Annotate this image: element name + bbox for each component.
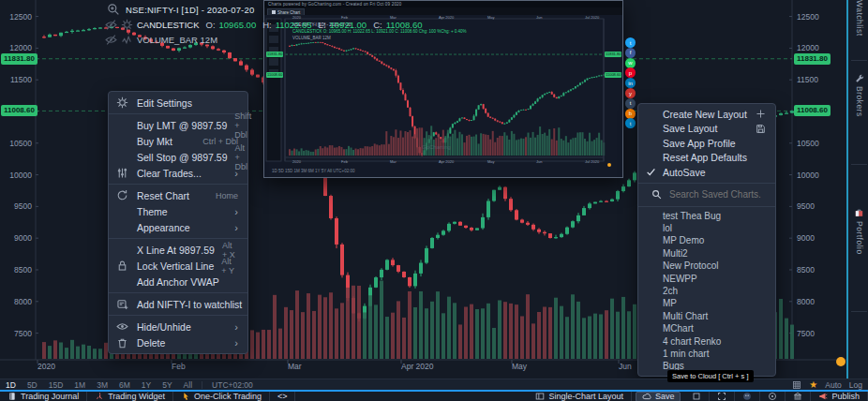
saved-chart-item[interactable]: lol xyxy=(638,222,775,234)
time-axis-label: Feb xyxy=(172,362,186,371)
menu-item-label: Reset App Defaults xyxy=(663,152,766,163)
save-button[interactable]: Save xyxy=(636,392,681,401)
trading-widget-button[interactable]: Trading Widget xyxy=(87,392,173,401)
timeframe-all[interactable]: All xyxy=(184,380,192,390)
notification-dot[interactable] xyxy=(836,357,846,366)
menu-item-label: Create New Layout xyxy=(663,109,756,120)
square-button[interactable] xyxy=(684,392,710,401)
search-saved-charts-input[interactable] xyxy=(669,189,772,200)
menu-item-x-line-at-9897-59[interactable]: X Line At 9897.59Alt + X xyxy=(109,242,247,258)
saved-chart-item[interactable]: 4 chart Renko xyxy=(638,334,775,347)
portfolio-icon xyxy=(854,208,864,218)
circledark-button[interactable] xyxy=(735,392,760,401)
volume-settings-icon[interactable] xyxy=(121,34,133,46)
menu-item-reset-app-defaults[interactable]: Reset App Defaults xyxy=(638,151,775,166)
preview-price-tag: 11008.60 xyxy=(605,72,621,78)
blogger-share-icon[interactable]: b xyxy=(625,109,636,119)
menu-item-lock-vertical-line[interactable]: Lock Vertical LineAlt + Y xyxy=(109,258,247,274)
saved-chart-item[interactable]: Multi2 xyxy=(638,247,775,260)
trading-journal-button[interactable]: Trading Journal xyxy=(0,392,87,401)
timeframe-1y[interactable]: 1Y xyxy=(142,380,151,390)
menu-item-label: Hide/Unhide xyxy=(137,321,227,333)
price-tick: 9000 xyxy=(797,233,815,243)
saved-chart-item[interactable]: Multi Chart xyxy=(638,310,775,322)
menu-item-sell-stop-9897-59[interactable]: Sell Stop @ 9897.59Alt + Dbl xyxy=(109,149,247,165)
menu-item-add-anchor-vwap[interactable]: Add Anchor VWAP xyxy=(109,274,247,290)
hide-study-icon[interactable] xyxy=(105,19,117,31)
timeframe-1m[interactable]: 1M xyxy=(74,380,85,390)
bank-button[interactable] xyxy=(786,392,811,401)
favorite-star-icon[interactable]: ★ xyxy=(809,380,817,390)
bank-icon xyxy=(793,392,802,401)
low-label: L: xyxy=(319,20,326,30)
hide-volume-icon[interactable] xyxy=(105,34,117,46)
menu-item-add-nifty-i-to-watchlist[interactable]: Add NIFTY-I to watchlist xyxy=(109,296,247,312)
menu-item-appearance[interactable]: Appearance› xyxy=(109,219,247,235)
youtube-share-icon[interactable]: y xyxy=(625,88,636,98)
eye-icon xyxy=(116,320,128,333)
log-scale-toggle[interactable]: Log xyxy=(849,380,862,390)
saved-chart-item[interactable]: MChart xyxy=(638,322,775,334)
twitter-share-icon[interactable]: t xyxy=(625,37,636,48)
menu-item-label: Edit Settings xyxy=(137,97,238,109)
menu-item-label: AutoSave xyxy=(663,167,766,178)
square-icon xyxy=(692,392,701,401)
auto-scale-toggle[interactable]: Auto xyxy=(825,380,842,390)
timeframe-3m[interactable]: 3M xyxy=(97,380,108,390)
sidebar-tab-brokers[interactable]: Brokers xyxy=(848,73,868,117)
timeframe-6m[interactable]: 6M xyxy=(119,380,130,390)
sidebar-tab-portfolio[interactable]: Portfolio xyxy=(848,208,868,255)
timeframe-1d[interactable]: 1D xyxy=(6,380,16,390)
saved-chart-item[interactable]: MP Demo xyxy=(638,234,775,246)
menu-item-buy-lmt-9897-59[interactable]: Buy LMT @ 9897.59Shift + Dbl xyxy=(109,117,247,133)
menu-item-theme[interactable]: Theme› xyxy=(109,203,247,219)
tumblr-share-icon[interactable]: t xyxy=(625,98,636,109)
timeframe-5d[interactable]: 5D xyxy=(27,380,37,390)
sidebar-tab-watchlist[interactable]: Watchlist xyxy=(848,0,868,37)
timeframe-5y[interactable]: 5Y xyxy=(162,380,172,390)
one-click-trading-button[interactable]: One-Click Trading xyxy=(173,392,270,401)
<>-button[interactable]: <> xyxy=(270,392,296,401)
single-chart-layout-button[interactable]: Single-Chart Layout xyxy=(528,392,632,401)
saved-chart-item[interactable]: test Thea Bug xyxy=(638,210,775,222)
saved-chart-item[interactable]: New Protocol xyxy=(638,260,775,272)
price-tag: 11831.80 xyxy=(1,53,37,65)
menu-item-save-app-profile[interactable]: Save App Profile xyxy=(638,136,775,151)
menu-item-label: Lock Vertical Line xyxy=(137,260,214,272)
menu-item-buy-mkt[interactable]: Buy MktCtrl + Dbl xyxy=(109,133,247,149)
symbol-title[interactable]: NSE:NIFTY-I [1D] - 2020-07-20 xyxy=(126,5,254,15)
button-label: Publish xyxy=(831,392,860,401)
saved-chart-item[interactable]: 1 min chart xyxy=(638,348,775,360)
menu-item-edit-settings[interactable]: Edit Settings xyxy=(109,95,247,111)
timezone[interactable]: UTC+02:00 xyxy=(212,380,253,390)
saved-chart-item[interactable]: 2ch xyxy=(638,285,775,297)
linkedin-share-icon[interactable]: in xyxy=(625,78,636,88)
shortcut-hint: Alt + Y xyxy=(221,257,238,275)
open-value: 10965.00 xyxy=(219,20,257,30)
chart-legend: NSE:NIFTY-I [1D] - 2020-07-20 CANDLESTIC… xyxy=(105,2,423,47)
study-settings-icon[interactable] xyxy=(121,19,133,31)
price-tick: 11500 xyxy=(797,75,818,84)
menu-item-clear-trades[interactable]: Clear Trades...› xyxy=(109,165,247,181)
menu-item-reset-chart[interactable]: Reset ChartHome xyxy=(109,187,247,203)
preview-timeframes: 1D 5D 15D 1M 3M 6M 1Y 5Y All UTC+02:00 xyxy=(272,169,355,173)
circletarget-button[interactable] xyxy=(760,392,786,401)
preview-month-label: Apr 2020 xyxy=(439,159,454,164)
menu-item-hide-unhide[interactable]: Hide/Unhide› xyxy=(109,319,247,334)
pinterest-share-icon[interactable]: p xyxy=(625,67,636,78)
telegram-share-icon[interactable]: t xyxy=(625,118,636,128)
saved-chart-item[interactable]: NEWPP xyxy=(638,272,775,284)
expand-button[interactable] xyxy=(710,392,735,401)
grid-settings-icon[interactable] xyxy=(792,380,801,390)
timeframe-15d[interactable]: 15D xyxy=(49,380,64,390)
menu-item-autosave[interactable]: AutoSave xyxy=(638,165,775,180)
preview-month-label: Apr 2020 xyxy=(439,15,454,20)
whatsapp-share-icon[interactable]: w xyxy=(625,58,636,68)
price-tick: 8000 xyxy=(2,297,32,306)
facebook-share-icon[interactable]: f xyxy=(625,48,636,58)
publish-button[interactable]: Publish xyxy=(811,392,868,401)
menu-item-save-layout[interactable]: Save Layout xyxy=(638,122,775,137)
menu-item-delete[interactable]: Delete› xyxy=(109,334,247,350)
menu-item-create-new-layout[interactable]: Create New Layout xyxy=(638,107,775,122)
saved-chart-item[interactable]: MP xyxy=(638,297,775,309)
